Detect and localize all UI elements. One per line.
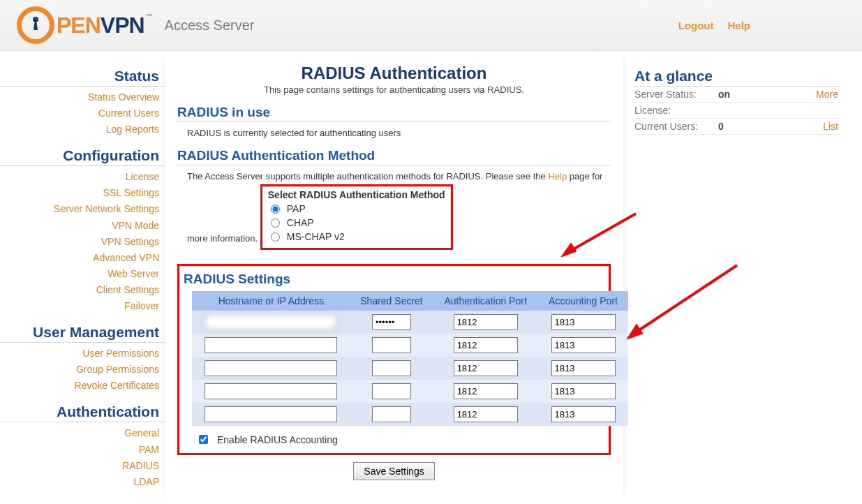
save-settings-button[interactable]: Save Settings [353,462,434,480]
help-link[interactable]: Help [727,20,750,31]
auth-port-input[interactable] [454,383,518,399]
glance-row: License: [632,103,841,119]
header: PENVPN™ Access Server Logout Help [0,0,862,51]
table-header: Hostname or IP Address [192,291,350,311]
shared-secret-input[interactable] [372,406,411,422]
at-a-glance-panel: At a glance Server Status:onMoreLicense:… [623,51,862,135]
auth-port-input[interactable] [454,314,518,330]
hostname-input[interactable] [205,314,337,330]
logo-pen: PEN [57,13,101,38]
auth-method-radio-label: CHAP [287,217,314,228]
sidebar-link[interactable]: Current Users [0,105,159,121]
header-subtitle: Access Server [165,17,255,34]
sidebar-link[interactable]: Status Overview [0,89,159,105]
glance-row: Current Users:0List [632,119,841,135]
radius-settings-heading: RADIUS Settings [184,272,603,288]
auth-method-radio[interactable] [271,205,280,214]
sidebar-link[interactable]: General [0,425,159,441]
glance-value: on [718,89,816,100]
auth-method-option: MS-CHAP v2 [268,230,445,244]
page-description: This page contains settings for authenti… [177,84,611,95]
sidebar-link[interactable]: VPN Settings [0,234,159,250]
header-links: Logout Help [678,20,750,31]
sidebar-link[interactable]: Advanced VPN [0,250,159,266]
logo-vpn: VPN [101,13,144,38]
glance-row: Server Status:onMore [632,87,841,103]
sidebar-link[interactable]: Web Server [0,266,159,282]
page-title: RADIUS Authentication [177,64,611,83]
table-row [192,334,628,357]
sidebar-link[interactable]: Server Network Settings [0,201,159,217]
keyhole-icon [17,6,54,44]
table-header: Shared Secret [350,291,433,311]
sidebar-section-title: Configuration [0,144,165,166]
main-content: RADIUS Authentication This page contains… [165,51,623,501]
sidebar-link[interactable]: Failover [0,298,159,314]
sidebar-link[interactable]: PAM [0,442,159,458]
sidebar-link[interactable]: VPN Mode [0,218,159,234]
hostname-input[interactable] [205,406,337,422]
logout-link[interactable]: Logout [678,20,714,31]
table-row [192,380,628,403]
auth-method-text-before: The Access Server supports multiple auth… [187,171,548,181]
auth-method-radio[interactable] [271,232,280,242]
auth-port-input[interactable] [454,360,518,376]
acct-port-input[interactable] [551,406,616,422]
radius-in-use-text: RADIUS is currently selected for authent… [177,125,611,145]
radius-settings-section: RADIUS Settings Hostname or IP AddressSh… [177,264,611,455]
glance-link[interactable]: More [816,89,838,100]
hostname-input[interactable] [205,383,337,399]
annotation-arrow-icon [625,264,751,348]
auth-method-radio-label: PAP [287,203,306,214]
enable-accounting-row: Enable RADIUS Accounting [182,427,603,446]
auth-method-body: The Access Server supports multiple auth… [177,168,611,257]
sidebar-link[interactable]: User Permissions [0,346,159,362]
auth-method-radio-label: MS-CHAP v2 [287,231,345,242]
auth-method-heading: RADIUS Authentication Method [177,148,611,165]
auth-port-input[interactable] [454,337,518,353]
acct-port-input[interactable] [551,360,616,376]
sidebar-link[interactable]: Revoke Certificates [0,378,159,394]
enable-accounting-label[interactable]: Enable RADIUS Accounting [217,434,338,445]
table-row [192,403,628,426]
at-a-glance-title: At a glance [632,65,841,87]
shared-secret-input[interactable] [372,337,411,353]
auth-port-input[interactable] [454,406,518,422]
sidebar-link[interactable]: SSL Settings [0,185,159,201]
acct-port-input[interactable] [551,383,616,399]
radius-settings-table: Hostname or IP AddressShared SecretAuthe… [192,291,628,426]
table-row [192,311,628,334]
acct-port-input[interactable] [551,337,616,353]
hostname-input[interactable] [205,337,337,353]
auth-method-box: Select RADIUS Authentication Method PAPC… [260,184,453,250]
glance-label: Current Users: [634,121,718,132]
glance-label: License: [634,105,718,116]
auth-method-option: PAP [268,202,445,216]
shared-secret-input[interactable] [372,383,411,399]
logo-tm: ™ [146,13,152,20]
enable-accounting-checkbox[interactable] [199,435,208,444]
table-header: Accounting Port [538,291,628,311]
sidebar-link[interactable]: License [0,169,159,185]
shared-secret-input[interactable] [372,314,411,330]
hostname-input[interactable] [205,360,337,376]
shared-secret-input[interactable] [372,360,411,376]
svg-line-2 [636,265,737,332]
logo-text: PENVPN™ [57,13,152,38]
auth-method-help-link[interactable]: Help [548,171,567,181]
table-row [192,357,628,380]
glance-label: Server Status: [634,89,718,100]
sidebar-link[interactable]: LDAP [0,474,159,490]
glance-link[interactable]: List [823,121,838,132]
sidebar-link[interactable]: Group Permissions [0,362,159,378]
sidebar: StatusStatus OverviewCurrent UsersLog Re… [0,51,165,504]
glance-value: 0 [718,121,823,132]
auth-method-select-label: Select RADIUS Authentication Method [268,189,445,202]
sidebar-link[interactable]: RADIUS [0,458,159,474]
sidebar-section-title: Status [0,65,165,87]
acct-port-input[interactable] [551,314,616,330]
sidebar-link[interactable]: Log Reports [0,121,159,138]
sidebar-section-title: Authentication [0,401,165,422]
auth-method-radio[interactable] [271,218,280,228]
sidebar-link[interactable]: Client Settings [0,282,159,298]
